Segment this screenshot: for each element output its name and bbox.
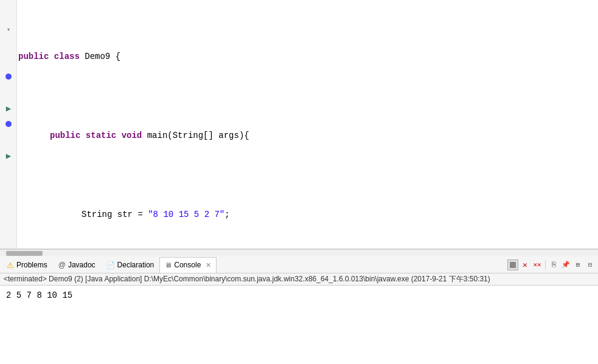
code-line-2: public static void main(String[] args){ bbox=[18, 128, 598, 143]
keyword-void: void bbox=[122, 128, 142, 143]
editor-area: ▾ ▶ ▶ public class Demo9 { public static… bbox=[0, 0, 598, 249]
tab-problems[interactable]: ⚠ Problems bbox=[1, 257, 53, 273]
copy-icon: ⎘ bbox=[552, 261, 556, 269]
gutter: ▾ ▶ ▶ bbox=[0, 0, 17, 249]
declaration-icon: 📄 bbox=[106, 261, 115, 269]
code-line-3: String str = "8 10 15 5 2 7"; bbox=[18, 207, 598, 222]
keyword-public-2: public bbox=[50, 128, 80, 143]
tab-console[interactable]: 🖥 Console ✕ bbox=[159, 257, 217, 273]
console-close-icon[interactable]: ✕ bbox=[206, 261, 211, 269]
tab-declaration[interactable]: 📄 Declaration bbox=[101, 257, 160, 273]
terminate-all-icon: ✕✕ bbox=[533, 261, 541, 269]
pin-button[interactable]: 📌 bbox=[560, 259, 571, 270]
console-icon: 🖥 bbox=[165, 261, 172, 269]
collapse-arrow[interactable]: ▾ bbox=[4, 24, 13, 34]
status-text: <terminated> Demo9 (2) [Java Application… bbox=[4, 274, 490, 284]
problems-icon: ⚠ bbox=[7, 261, 14, 270]
javadoc-icon: @ bbox=[58, 261, 66, 269]
code-line-1: public class Demo9 { bbox=[18, 49, 598, 64]
keyword-public: public bbox=[18, 49, 49, 64]
console-output: 2 5 7 8 10 15 bbox=[0, 286, 598, 310]
bottom-panel: ⚠ Problems @ Javadoc 📄 Declaration 🖥 Con… bbox=[0, 256, 598, 310]
javadoc-label: Javadoc bbox=[68, 261, 96, 269]
tab-javadoc[interactable]: @ Javadoc bbox=[53, 257, 101, 273]
status-bar: <terminated> Demo9 (2) [Java Application… bbox=[0, 273, 598, 286]
minimize-button[interactable]: ⊟ bbox=[585, 259, 596, 270]
console-label: Console bbox=[174, 261, 201, 269]
scrollbar-thumb[interactable] bbox=[6, 251, 43, 256]
code-content: public class Demo9 { public static void … bbox=[0, 0, 598, 249]
method-main: main(String[] args){ bbox=[147, 128, 249, 143]
breakpoint-2[interactable] bbox=[4, 119, 13, 129]
output-text: 2 5 7 8 10 15 bbox=[6, 290, 72, 300]
expand-button[interactable]: ⊞ bbox=[572, 259, 583, 270]
breakpoint-1[interactable] bbox=[4, 72, 13, 81]
type-string-1: String str = bbox=[82, 207, 148, 222]
terminate-button[interactable]: ✕ bbox=[520, 259, 530, 270]
declaration-label: Declaration bbox=[117, 261, 155, 269]
semicolon-1: ; bbox=[224, 207, 229, 222]
expand-icon: ⊞ bbox=[576, 261, 580, 269]
problems-label: Problems bbox=[16, 261, 47, 269]
copy-output-button[interactable]: ⎘ bbox=[548, 259, 559, 270]
terminate-all-button[interactable]: ✕✕ bbox=[532, 259, 543, 270]
stop-button[interactable] bbox=[507, 259, 518, 270]
divider-1 bbox=[545, 260, 546, 270]
tabs-toolbar: ✕ ✕✕ ⎘ 📌 ⊞ ⊟ bbox=[507, 259, 598, 270]
tabs-bar: ⚠ Problems @ Javadoc 📄 Declaration 🖥 Con… bbox=[0, 256, 598, 273]
class-demo9: Demo9 { bbox=[85, 49, 120, 64]
terminate-icon: ✕ bbox=[523, 260, 527, 270]
stop-icon bbox=[510, 262, 516, 268]
minimize-icon: ⊟ bbox=[588, 261, 593, 269]
editor-scrollbar[interactable] bbox=[0, 249, 598, 256]
debug-arrow-1: ▶ bbox=[4, 103, 13, 113]
debug-arrow-2: ▶ bbox=[4, 151, 13, 160]
pin-icon: 📌 bbox=[561, 261, 570, 269]
keyword-static: static bbox=[86, 128, 116, 143]
keyword-class: class bbox=[54, 49, 80, 64]
string-literal-1: "8 10 15 5 2 7" bbox=[148, 207, 224, 222]
